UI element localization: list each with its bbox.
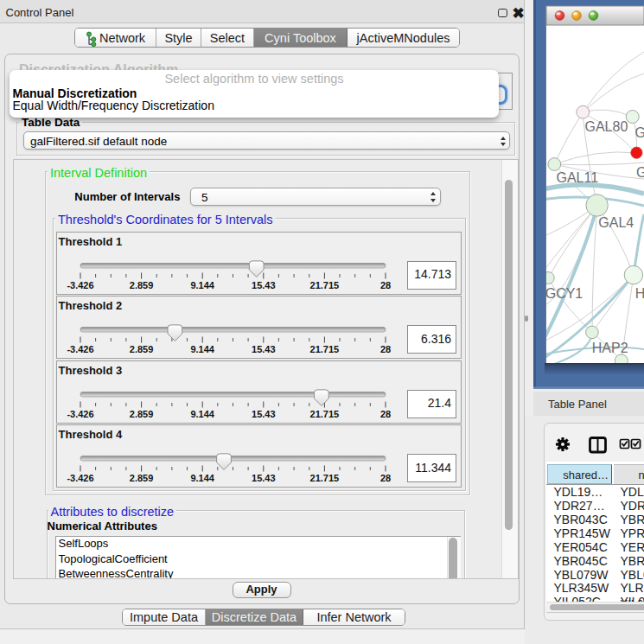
svg-text:2.859: 2.859: [130, 473, 154, 483]
svg-text:9.144: 9.144: [190, 279, 214, 290]
svg-text:-3.426: -3.426: [67, 473, 93, 483]
svg-text:21.715: 21.715: [310, 473, 340, 483]
svg-text:28: 28: [380, 408, 391, 418]
svg-text:G: G: [636, 165, 644, 180]
svg-text:-3.426: -3.426: [67, 408, 93, 418]
svg-text:15.43: 15.43: [252, 279, 276, 290]
svg-text:9.144: 9.144: [190, 408, 214, 418]
svg-text:21.715: 21.715: [310, 279, 340, 290]
svg-text:GAL11: GAL11: [557, 170, 599, 185]
svg-text:28: 28: [380, 344, 391, 354]
svg-text:9.144: 9.144: [190, 344, 214, 354]
svg-text:-3.426: -3.426: [67, 279, 93, 290]
svg-text:28: 28: [380, 473, 391, 483]
svg-text:9.144: 9.144: [190, 473, 214, 483]
svg-text:GCY1: GCY1: [545, 286, 583, 301]
svg-text:2.859: 2.859: [130, 344, 154, 354]
svg-text:2.859: 2.859: [130, 279, 154, 290]
svg-text:GAL80: GAL80: [585, 119, 628, 134]
svg-text:15.43: 15.43: [252, 344, 276, 354]
svg-text:21.715: 21.715: [310, 344, 340, 354]
svg-text:2.859: 2.859: [130, 408, 154, 418]
svg-text:GAL4: GAL4: [598, 215, 634, 230]
svg-text:GA: GA: [634, 125, 644, 140]
svg-text:21.715: 21.715: [310, 408, 340, 418]
svg-text:HAP2: HAP2: [592, 341, 628, 355]
svg-text:15.43: 15.43: [252, 473, 276, 483]
svg-text:28: 28: [380, 279, 391, 290]
svg-text:HA: HA: [635, 286, 644, 301]
svg-text:-3.426: -3.426: [67, 344, 93, 354]
svg-text:15.43: 15.43: [252, 408, 276, 418]
